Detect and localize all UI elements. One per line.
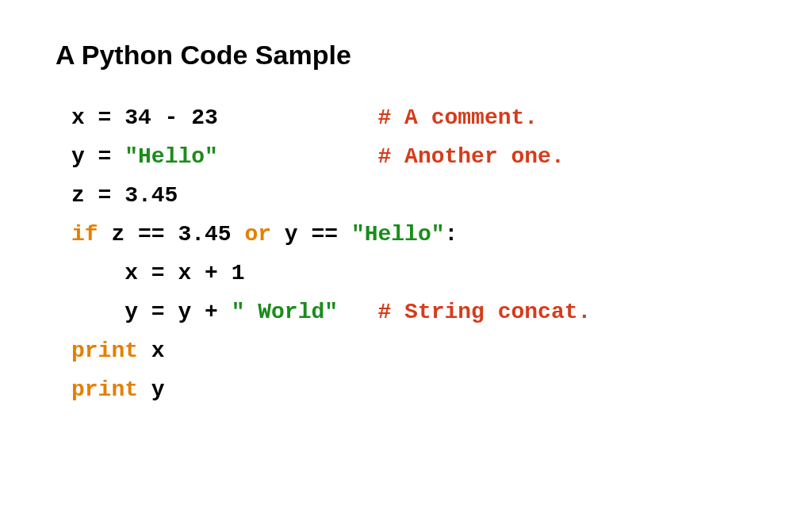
code-text: x = x + 1 xyxy=(71,261,244,285)
code-spacing xyxy=(218,105,378,130)
code-line-4: if z == 3.45 or y == "Hello": xyxy=(71,215,756,254)
code-keyword: if xyxy=(71,222,98,247)
code-sample: x = 34 - 23 # A comment. y = "Hello" # A… xyxy=(56,98,756,409)
code-keyword: print xyxy=(71,377,138,402)
code-text: y = xyxy=(71,144,124,169)
slide-title: A Python Code Sample xyxy=(56,40,756,71)
code-string: " World" xyxy=(232,300,338,324)
code-line-5: x = x + 1 xyxy=(71,254,756,293)
code-string: "Hello" xyxy=(124,144,218,169)
code-line-2: y = "Hello" # Another one. xyxy=(71,137,756,176)
code-text: y = y + xyxy=(71,300,232,324)
code-text: x = 34 - 23 xyxy=(71,105,218,130)
code-keyword: print xyxy=(71,339,138,363)
code-line-7: print x xyxy=(71,331,756,370)
code-string: "Hello" xyxy=(351,222,445,247)
code-line-6: y = y + " World" # String concat. xyxy=(71,293,756,331)
code-spacing xyxy=(338,300,377,324)
code-text: z == 3.45 xyxy=(98,222,245,247)
code-spacing xyxy=(218,144,378,169)
code-comment: # Another one. xyxy=(377,144,564,169)
code-comment: # String concat. xyxy=(377,300,591,324)
code-text: : xyxy=(445,222,458,247)
code-keyword: or xyxy=(244,222,271,247)
code-text: z = 3.45 xyxy=(71,183,178,208)
code-line-8: print y xyxy=(71,370,756,409)
code-text: y xyxy=(138,377,165,402)
code-comment: # A comment. xyxy=(377,105,538,130)
code-line-3: z = 3.45 xyxy=(71,176,756,215)
code-line-1: x = 34 - 23 # A comment. xyxy=(71,98,756,137)
code-text: y == xyxy=(271,222,351,247)
code-text: x xyxy=(138,339,165,363)
